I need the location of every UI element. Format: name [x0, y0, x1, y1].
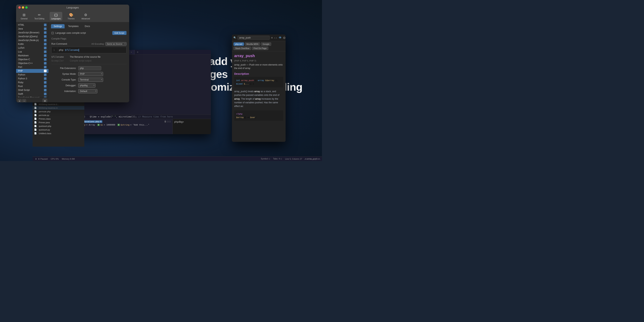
- add-tab-button[interactable]: +: [135, 50, 140, 54]
- sidebar-item-label: Kotlin: [18, 43, 24, 46]
- tab-settings[interactable]: Settings: [51, 24, 64, 28]
- toolbar-general[interactable]: ⊞ General: [19, 12, 29, 20]
- language-settings-button[interactable]: ⚙: [42, 99, 47, 102]
- sidebar-item-shell-script[interactable]: Shell Script: [16, 88, 48, 92]
- sidebar-item-kotlin[interactable]: Kotlin: [16, 42, 48, 46]
- sidebar-item-label: Swift: [18, 92, 23, 95]
- status-paused: ⏸ ⏸ Paused: [35, 158, 48, 160]
- remove-language-button[interactable]: −: [22, 99, 26, 102]
- syntax-mode-select[interactable]: PHP: [78, 72, 103, 76]
- toolbar-themes-label: Themes: [68, 18, 74, 20]
- console-type-select[interactable]: Terminal: [78, 78, 103, 82]
- sidebar-item-python[interactable]: Python: [16, 73, 48, 77]
- file-tree-quicksort-php[interactable]: 📄 quicksort.php: [32, 124, 84, 128]
- sidebar-item-latex[interactable]: LaTeX: [16, 46, 48, 50]
- debug-vars: { } 0 iterations.php:9 🗑 □ □ V $array = …: [73, 119, 172, 134]
- sidebar-check-icon: [44, 92, 46, 95]
- status-tabs: Tabs: 4 ◇: [273, 158, 282, 160]
- tab-iterations-close[interactable]: ✕: [130, 51, 132, 53]
- add-language-button[interactable]: +: [18, 99, 22, 102]
- tab-docs[interactable]: Docs: [82, 24, 92, 28]
- sidebar-item-objective-c--[interactable]: Objective-C++: [16, 61, 48, 65]
- toolbar: ⊞ General ✏ Text Editing {} Languages 🎨 …: [16, 10, 129, 22]
- source-tab-phpnet[interactable]: php.net: [234, 42, 244, 46]
- doc-prev-button[interactable]: ‹: [274, 36, 275, 39]
- sidebar-footer: + − ⚙: [16, 97, 49, 102]
- sig-param: &$array: [265, 79, 274, 82]
- sidebar-item-typescript--browser-[interactable]: TypeScript (Browser): [16, 96, 48, 97]
- sidebar-item-lua[interactable]: Lua: [16, 50, 48, 54]
- file-tree-nsstring-item[interactable]: 📄 NSString traverse.m: [32, 106, 84, 110]
- sidebar-item-label: Ruby: [18, 81, 24, 84]
- sidebar-check-icon: [44, 31, 46, 34]
- debug-var-i: V $i = 1000000: [97, 124, 115, 126]
- source-tab-mdn[interactable]: Mozilla MDN: [245, 42, 260, 46]
- sidebar-item-markdown[interactable]: Markdown: [16, 54, 48, 58]
- encoding-select[interactable]: Same as Source UTF-8 ASCII: [106, 42, 126, 46]
- sidebar-item-perl[interactable]: Perl: [16, 65, 48, 69]
- debug-variables: V $array = Array V $i = 1000000 V $strin…: [75, 124, 170, 126]
- maximize-button[interactable]: [25, 6, 28, 8]
- doc-eye-icon[interactable]: 👁: [279, 36, 282, 40]
- compile-script-checkbox[interactable]: [51, 32, 54, 34]
- panel-tabs: Settings Templates Docs: [49, 22, 129, 28]
- minimize-button[interactable]: [22, 6, 24, 8]
- var-compiler: $compiler: [51, 60, 67, 62]
- sidebar-item-label: JavaScript (Browser): [18, 31, 39, 34]
- file-tree-permute-php[interactable]: 📄 permute.php: [32, 110, 84, 113]
- indentation-label: Indentation:: [51, 90, 76, 92]
- sidebar-item-rust[interactable]: Rust: [16, 84, 48, 88]
- sidebar-item-label: PHP: [18, 70, 23, 72]
- toolbar-languages[interactable]: {} Languages: [50, 12, 62, 20]
- debug-header: { } 0 iterations.php:9 🗑 □ □: [75, 120, 170, 123]
- sidebar-item-python--[interactable]: Python 3: [16, 77, 48, 80]
- sidebar-item-javascript--node-js-[interactable]: JavaScript (Node.js): [16, 38, 48, 42]
- status-position: Line 5, Column 27: [285, 158, 302, 160]
- sidebar-item-label: Python 3: [18, 77, 27, 80]
- file-tree-permute-py[interactable]: 📄 permute.py: [32, 113, 84, 117]
- file-tree-primes-class[interactable]: 📄 Primes.class: [32, 117, 84, 120]
- sidebar-item-label: Python: [18, 74, 25, 76]
- doc-next-button[interactable]: ›: [276, 36, 277, 39]
- sidebar-item-java[interactable]: Java: [16, 27, 48, 31]
- search-clear-button[interactable]: ✕: [271, 36, 273, 39]
- file-tree-nsstring-traverse[interactable]: 📄 NSString traverse.d...: [32, 102, 84, 106]
- tab-templates[interactable]: Templates: [65, 24, 81, 28]
- ex-array: $array: [236, 116, 244, 119]
- advanced-icon: ⚙: [84, 13, 88, 17]
- command-input-wrapper: 1 php $filename: [51, 47, 126, 53]
- debugger-row: Debugger: phpdbg: [51, 84, 126, 88]
- source-tab-findonpage[interactable]: Find On Page: [252, 46, 268, 50]
- toolbar-text-editing[interactable]: ✏ Text Editing: [33, 12, 46, 20]
- close-button[interactable]: [18, 6, 21, 8]
- sidebar-item-php[interactable]: PHP: [16, 69, 48, 73]
- toolbar-advanced[interactable]: ⚙ Advanced: [80, 12, 92, 20]
- doc-search-input[interactable]: [238, 36, 270, 40]
- traffic-lights: [18, 6, 28, 8]
- sidebar-item-html[interactable]: HTML: [16, 23, 48, 27]
- debugger-select[interactable]: phpdbg: [78, 84, 96, 88]
- sidebar-item-swift[interactable]: Swift: [16, 92, 48, 96]
- file-tree-quicksort-py[interactable]: 📄 quicksort.py: [32, 128, 84, 132]
- sidebar-check-icon: [44, 58, 46, 61]
- toolbar-themes[interactable]: 🎨 Themes: [66, 12, 76, 20]
- sidebar-item-objective-c[interactable]: Objective-C: [16, 58, 48, 61]
- sidebar-container: HTMLJavaJavaScript (Browser)JavaScript (…: [16, 22, 49, 102]
- file-extensions-input[interactable]: [78, 66, 101, 70]
- edit-script-button[interactable]: Edit Script: [112, 31, 126, 35]
- source-tab-google[interactable]: Google: [261, 42, 271, 46]
- sidebar-item-javascript--jquery-[interactable]: JavaScript (jQuery): [16, 34, 48, 38]
- ex-var: $var: [250, 116, 255, 119]
- source-tab-stackoverflow[interactable]: Stack Overflow: [234, 46, 251, 50]
- sidebar-check-icon: [44, 54, 46, 57]
- file-tree-primes-java[interactable]: 📄 Primes.java: [32, 120, 84, 124]
- file-icon-nsstring: 📄: [34, 106, 37, 109]
- var-i-name: $i: [100, 124, 103, 126]
- doc-settings-icon[interactable]: ⚙: [283, 36, 286, 40]
- sidebar-item-ruby[interactable]: Ruby: [16, 80, 48, 84]
- file-tree-untitled[interactable]: 📄 Untitled.class: [32, 132, 84, 135]
- sidebar-item-label: Java: [18, 28, 23, 30]
- sidebar-item-label: LaTeX: [18, 46, 24, 49]
- indentation-select[interactable]: Default: [78, 89, 97, 93]
- sidebar-item-javascript--browser-[interactable]: JavaScript (Browser): [16, 31, 48, 34]
